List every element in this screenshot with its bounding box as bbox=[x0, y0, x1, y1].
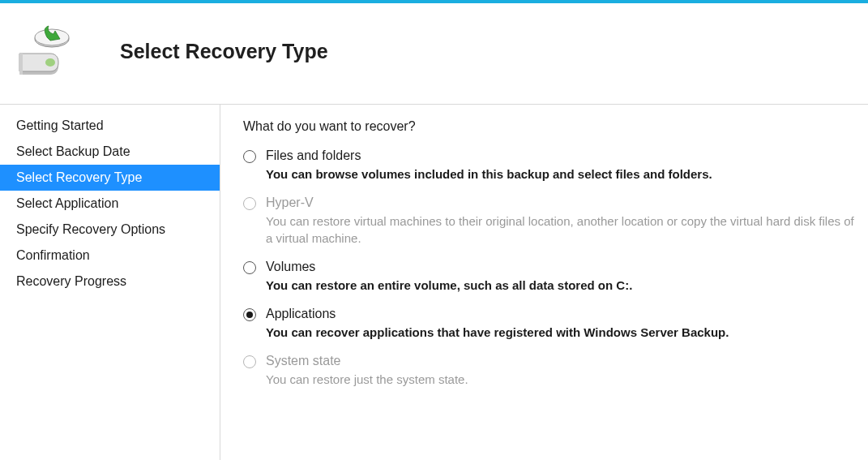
recovery-option-files-folders[interactable]: Files and folders bbox=[243, 148, 860, 163]
recovery-options-group: Files and foldersYou can browse volumes … bbox=[243, 148, 860, 389]
radio-hyperv bbox=[243, 197, 256, 210]
option-title: System state bbox=[266, 354, 340, 368]
wizard-header: Select Recovery Type bbox=[0, 3, 868, 104]
page-title: Select Recovery Type bbox=[120, 40, 328, 63]
recovery-icon bbox=[13, 21, 73, 81]
wizard-step-select-backup-date[interactable]: Select Backup Date bbox=[0, 139, 220, 165]
radio-applications[interactable] bbox=[243, 308, 256, 321]
wizard-step-confirmation[interactable]: Confirmation bbox=[0, 243, 220, 269]
option-desc: You can recover applications that have r… bbox=[266, 325, 860, 341]
wizard-step-select-application[interactable]: Select Application bbox=[0, 191, 220, 217]
wizard-body: Getting StartedSelect Backup DateSelect … bbox=[0, 104, 868, 460]
option-desc: You can restore an entire volume, such a… bbox=[266, 277, 860, 294]
recovery-option-applications[interactable]: Applications bbox=[243, 307, 860, 321]
radio-volumes[interactable] bbox=[243, 261, 256, 274]
option-desc: You can browse volumes included in this … bbox=[266, 166, 860, 183]
option-title: Files and folders bbox=[266, 148, 361, 163]
option-desc: You can restore just the system state. bbox=[266, 372, 860, 388]
wizard-content: What do you want to recover? Files and f… bbox=[220, 105, 868, 460]
recovery-option-hyperv: Hyper-V bbox=[243, 196, 860, 210]
recovery-option-system-state: System state bbox=[243, 354, 860, 368]
option-title: Volumes bbox=[266, 260, 315, 274]
wizard-steps-sidebar: Getting StartedSelect Backup DateSelect … bbox=[0, 105, 220, 460]
wizard-step-select-recovery-type[interactable]: Select Recovery Type bbox=[0, 165, 220, 191]
recovery-prompt: What do you want to recover? bbox=[243, 119, 860, 134]
option-title: Hyper-V bbox=[266, 196, 314, 210]
radio-files-folders[interactable] bbox=[243, 150, 256, 163]
option-title: Applications bbox=[266, 307, 336, 321]
recovery-option-volumes[interactable]: Volumes bbox=[243, 260, 860, 274]
wizard-step-getting-started[interactable]: Getting Started bbox=[0, 113, 220, 139]
wizard-step-recovery-progress[interactable]: Recovery Progress bbox=[0, 269, 220, 294]
svg-rect-3 bbox=[19, 54, 23, 75]
option-desc: You can restore virtual machines to thei… bbox=[266, 213, 860, 247]
wizard-step-specify-recovery-options[interactable]: Specify Recovery Options bbox=[0, 217, 220, 243]
radio-system-state bbox=[243, 355, 256, 368]
svg-point-4 bbox=[45, 58, 55, 67]
